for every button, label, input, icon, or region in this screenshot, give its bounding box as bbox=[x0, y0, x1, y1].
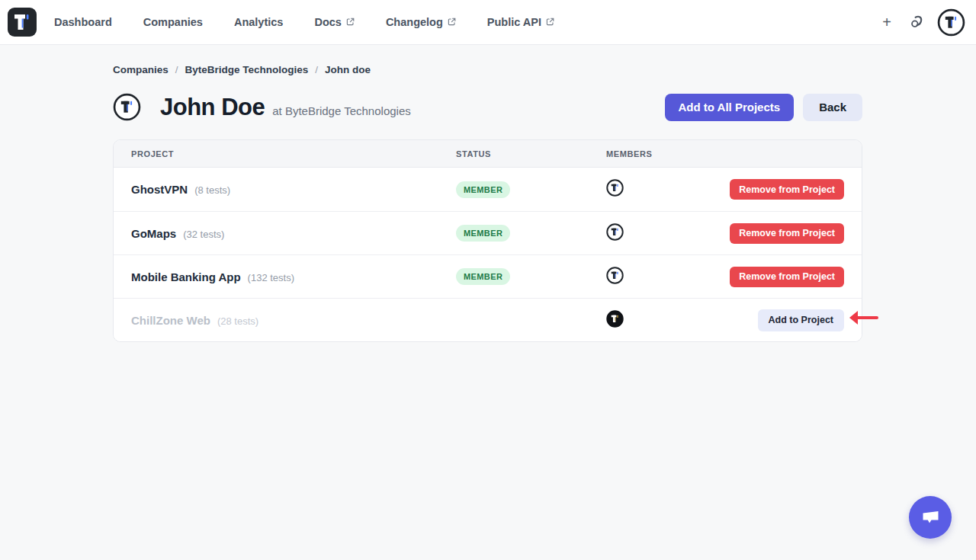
main-content: Companies/ByteBridge Technologies/John d… bbox=[0, 45, 976, 342]
status-badge: MEMBER bbox=[456, 225, 510, 242]
row-action-button[interactable]: Remove from Project bbox=[730, 267, 844, 287]
page-header: John Doe at ByteBridge Technologies Add … bbox=[113, 93, 862, 121]
brand-logo-icon[interactable] bbox=[8, 8, 37, 37]
breadcrumb-item: John doe bbox=[325, 64, 371, 75]
breadcrumb-separator: / bbox=[175, 64, 178, 75]
page-subtitle: at ByteBridge Technologies bbox=[272, 104, 411, 117]
plus-icon[interactable]: + bbox=[878, 13, 896, 31]
member-avatar bbox=[606, 310, 624, 328]
chat-widget-button[interactable] bbox=[909, 496, 952, 539]
breadcrumb-separator: / bbox=[315, 64, 318, 75]
user-avatar[interactable] bbox=[937, 8, 965, 37]
table-row: GoMaps (32 tests) MEMBER Remove from Pro… bbox=[114, 211, 862, 254]
nav-item-label: Public API bbox=[487, 16, 541, 28]
nav-item-dashboard[interactable]: Dashboard bbox=[54, 16, 112, 28]
column-header-members: MEMBERS bbox=[606, 149, 844, 158]
nav-item-companies[interactable]: Companies bbox=[143, 16, 203, 28]
table-row: ChillZone Web (28 tests) Add to Project bbox=[114, 298, 862, 341]
status-badge: MEMBER bbox=[456, 181, 510, 198]
nav-item-label: Companies bbox=[143, 16, 203, 28]
external-link-icon bbox=[346, 18, 355, 26]
column-header-project: PROJECT bbox=[131, 149, 456, 158]
breadcrumb-item[interactable]: Companies bbox=[113, 64, 169, 75]
breadcrumb: Companies/ByteBridge Technologies/John d… bbox=[113, 64, 862, 75]
column-header-status: STATUS bbox=[456, 149, 606, 158]
member-avatar bbox=[606, 267, 624, 284]
table-header-row: PROJECT STATUS MEMBERS bbox=[114, 140, 862, 168]
status-badge: MEMBER bbox=[456, 268, 510, 285]
member-avatar bbox=[606, 179, 624, 197]
page-title: John Doe bbox=[160, 94, 265, 121]
project-test-count: (32 tests) bbox=[183, 229, 224, 240]
table-row: GhostVPN (8 tests) MEMBER Remove from Pr… bbox=[114, 168, 862, 211]
project-name: ChillZone Web bbox=[131, 314, 210, 327]
top-navigation-bar: DashboardCompaniesAnalyticsDocsChangelog… bbox=[0, 0, 976, 45]
chat-bubble-icon bbox=[920, 508, 941, 527]
project-name: GhostVPN bbox=[131, 183, 188, 196]
row-action-button[interactable]: Remove from Project bbox=[730, 223, 844, 244]
nav-menu: DashboardCompaniesAnalyticsDocsChangelog… bbox=[54, 16, 878, 28]
external-link-icon bbox=[448, 18, 456, 26]
nav-item-changelog[interactable]: Changelog bbox=[386, 16, 456, 28]
nav-item-analytics[interactable]: Analytics bbox=[234, 16, 283, 28]
project-test-count: (132 tests) bbox=[248, 272, 294, 283]
nav-item-label: Dashboard bbox=[54, 16, 112, 28]
search-icon[interactable] bbox=[909, 14, 924, 30]
nav-item-label: Analytics bbox=[234, 16, 283, 28]
nav-item-public-api[interactable]: Public API bbox=[487, 16, 554, 28]
nav-item-label: Changelog bbox=[386, 16, 443, 28]
external-link-icon bbox=[546, 18, 554, 26]
nav-item-docs[interactable]: Docs bbox=[314, 16, 354, 28]
row-action-button[interactable]: Add to Project bbox=[758, 309, 844, 331]
projects-table: PROJECT STATUS MEMBERS GhostVPN (8 tests… bbox=[113, 139, 862, 342]
breadcrumb-item[interactable]: ByteBridge Technologies bbox=[185, 64, 309, 75]
company-avatar bbox=[113, 93, 141, 121]
row-action-button[interactable]: Remove from Project bbox=[730, 179, 844, 200]
member-avatar bbox=[606, 223, 624, 241]
table-row: Mobile Banking App (132 tests) MEMBER Re… bbox=[114, 254, 862, 298]
project-name: GoMaps bbox=[131, 227, 176, 240]
add-to-all-projects-button[interactable]: Add to All Projects bbox=[665, 94, 795, 121]
nav-item-label: Docs bbox=[314, 16, 341, 28]
project-test-count: (8 tests) bbox=[194, 184, 230, 196]
project-test-count: (28 tests) bbox=[217, 315, 258, 327]
project-name: Mobile Banking App bbox=[131, 270, 241, 283]
back-button[interactable]: Back bbox=[803, 94, 862, 121]
